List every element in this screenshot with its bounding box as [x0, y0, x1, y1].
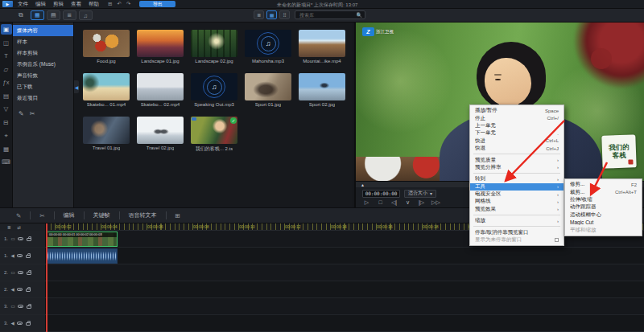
context-menu-item-15[interactable]: 预览效果› [470, 206, 564, 213]
context-menu-item-1[interactable]: 播放/暂停Space [470, 107, 564, 114]
library-item-7[interactable]: Skatebo... 02.mp4 [135, 73, 185, 107]
library-item-9[interactable]: Sport 01.jpg [243, 73, 293, 107]
rail-shortcuts-button[interactable]: ⌨ [1, 157, 12, 167]
context-menu-item-12[interactable]: 工具› [470, 183, 564, 191]
rail-transitions-button[interactable]: ◫ [1, 38, 12, 48]
undo-icon[interactable]: ↶ [117, 1, 121, 7]
lock-toggle-icon[interactable] [27, 305, 31, 309]
panel-toggle-button[interactable]: ⊞ [175, 212, 180, 219]
tools-submenu-item-7[interactable]: 平移和缩放 [565, 226, 642, 233]
stop-button[interactable]: □ [377, 199, 384, 206]
sort-columns-button[interactable]: ⠿ [279, 10, 290, 19]
menubar-item-5[interactable]: 帮助 [89, 1, 99, 8]
export-button[interactable]: 导出 [139, 1, 175, 7]
draw-tool-button[interactable]: ✎ [16, 212, 21, 219]
step-back-button[interactable]: ◁| [390, 199, 398, 206]
lock-toggle-icon[interactable] [27, 238, 31, 242]
menubar-item-2[interactable]: 编辑 [35, 1, 46, 8]
library-item-6[interactable]: Skatebo... 01.mp4 [81, 73, 131, 107]
bin-item-1[interactable]: 媒体内容 [13, 25, 73, 36]
library-item-12[interactable]: Travel 02.jpg [135, 117, 185, 153]
redo-icon[interactable]: ↷ [126, 1, 130, 7]
lock-toggle-icon[interactable] [26, 289, 31, 293]
tools-submenu-item-6[interactable]: Magic Cut [565, 219, 642, 226]
lock-toggle-icon[interactable] [27, 272, 31, 276]
library-item-1[interactable]: Food.jpg [81, 30, 131, 64]
lock-toggle-icon[interactable] [26, 255, 31, 259]
zoom-fit-dropdown[interactable]: 适合大小 ▾ [404, 190, 436, 198]
context-menu-item-20[interactable]: 显示为未停靠的窗口 [470, 236, 564, 244]
search-input[interactable] [298, 12, 357, 18]
context-menu-item-6[interactable]: 快退Ctrl+J [470, 145, 564, 152]
library-item-3[interactable]: Landscape 02.jpg [189, 30, 239, 64]
bin-item-7[interactable]: 最近项目 [13, 92, 73, 104]
menubar-item-4[interactable]: 查看 [71, 1, 81, 8]
view-list-button[interactable]: ≣ [63, 10, 76, 20]
context-menu-item-9[interactable]: 预览分辨率› [470, 164, 564, 171]
bin-item-6[interactable]: 已下载 [13, 81, 73, 92]
tools-submenu-item-3[interactable]: 拉伸/收缩 [565, 196, 642, 203]
menubar-item-1[interactable]: 文件 [18, 1, 28, 8]
loop-button[interactable]: ∨ [404, 199, 411, 206]
visibility-toggle-icon[interactable] [17, 322, 23, 326]
list-view-button[interactable]: ≣ [254, 10, 264, 19]
grid-view-button[interactable]: ▦ [266, 10, 277, 19]
step-forward-button[interactable]: |▷ [418, 199, 425, 206]
track-list-button[interactable]: ≣ [7, 225, 11, 230]
search-icon[interactable]: 🔍 [357, 12, 363, 18]
rail-narration-button[interactable]: ⌖ [1, 130, 12, 141]
library-item-2[interactable]: Landscape 01.jpg [135, 30, 185, 64]
add-media-button[interactable]: ⧉ [19, 11, 23, 19]
track-lane-6[interactable] [46, 315, 644, 331]
timeline-video-clip[interactable]: 00:00:00 00:00:01 00:00:02 00:00:03 [47, 232, 118, 247]
timeline-audio-clip[interactable] [47, 248, 118, 264]
track-link-button[interactable]: ⇄ [18, 225, 22, 230]
panel-collapse-handle[interactable]: ◀ [74, 80, 79, 93]
context-menu-item-5[interactable]: 快进Ctrl+L [470, 137, 564, 145]
visibility-toggle-icon[interactable] [18, 237, 23, 241]
library-item-5[interactable]: Mountai...ike.mp4 [297, 30, 347, 64]
speech-to-text-button[interactable]: 语音转文本 [129, 211, 157, 219]
visibility-toggle-icon[interactable] [18, 271, 23, 275]
context-menu-item-4[interactable]: 下一单元. [470, 129, 564, 137]
visibility-toggle-icon[interactable] [17, 254, 23, 258]
visibility-toggle-icon[interactable] [18, 305, 23, 309]
layout-icon[interactable]: ⊞ [108, 1, 112, 7]
context-menu-item-2[interactable]: 停止Ctrl+/ [470, 114, 564, 121]
lock-toggle-icon[interactable] [26, 322, 31, 326]
menubar-item-3[interactable]: 剪辑 [53, 1, 64, 8]
context-menu-item-3[interactable]: 上一单元, [470, 122, 564, 129]
context-menu-item-11[interactable]: 转到› [470, 175, 564, 182]
tools-submenu-item-1[interactable]: 修剪...F2 [565, 181, 642, 188]
rail-media-button[interactable]: ▣ [1, 24, 12, 35]
bin-item-2[interactable]: 样本 [13, 36, 73, 47]
track-lane-5[interactable] [46, 298, 644, 314]
bin-item-5[interactable]: 声音特效 [13, 70, 73, 81]
library-item-10[interactable]: Sport 02.jpg [297, 73, 347, 107]
view-clips-button[interactable]: ▦ [31, 10, 44, 20]
clip-pen-icon[interactable]: ✎ [19, 110, 24, 117]
clip-cut-icon[interactable]: ✂ [30, 110, 35, 117]
rail-overlays-button[interactable]: ▱ [1, 64, 12, 75]
bin-item-3[interactable]: 样本剪辑 [13, 47, 73, 59]
track-lane-4[interactable] [46, 281, 644, 297]
rail-filters-button[interactable]: ▽ [1, 104, 12, 114]
fast-forward-button[interactable]: ▷▷ [431, 199, 440, 206]
rail-subtitles-button[interactable]: ⊟ [1, 117, 12, 128]
context-menu-item-8[interactable]: 预览质量› [470, 156, 564, 163]
view-storyboard-button[interactable]: ▤ [47, 10, 60, 20]
library-item-13[interactable]: ✓我们的客栈... 2.ts [189, 117, 239, 153]
tools-submenu-item-2[interactable]: 裁剪...Ctrl+Alt+T [565, 188, 642, 195]
tools-submenu-item-5[interactable]: 运动模糊中心 [565, 211, 642, 219]
library-item-11[interactable]: Travel 01.jpg [81, 117, 131, 153]
edit-button[interactable]: 编辑 [64, 211, 75, 219]
library-item-8[interactable]: ♫Speaking Out.mp3 [189, 73, 239, 107]
play-button[interactable]: ▷ [363, 199, 370, 206]
split-clip-button[interactable]: ✂ [39, 212, 44, 219]
rail-charts-button[interactable]: ▤ [1, 91, 12, 101]
rail-sequence-button[interactable]: ▦ [1, 144, 12, 154]
tools-submenu-item-4[interactable]: 动作跟踪器 [565, 203, 642, 211]
context-menu-item-13[interactable]: 电视安全区› [470, 191, 564, 198]
rail-effects-button[interactable]: ƒx [1, 77, 12, 88]
library-item-4[interactable]: ♫Mahorsha.mp3 [243, 30, 293, 64]
